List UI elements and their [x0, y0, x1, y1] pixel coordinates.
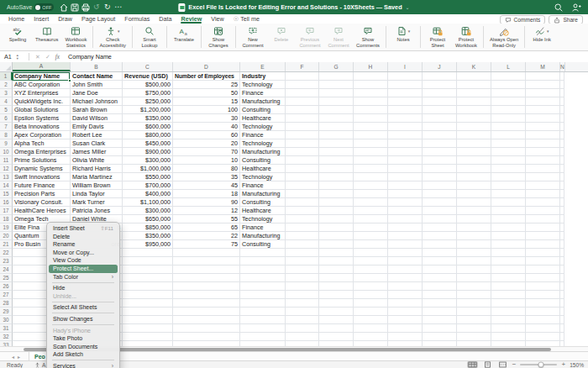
- cell-H13[interactable]: [354, 173, 388, 181]
- menu-item-hide[interactable]: Hide: [47, 284, 119, 292]
- row-header-5[interactable]: 5: [0, 106, 13, 114]
- cell-F16[interactable]: [286, 198, 319, 207]
- thesaurus-button[interactable]: Thesaurus: [32, 24, 61, 50]
- cell-G9[interactable]: [319, 139, 354, 148]
- cell-N27[interactable]: [560, 291, 564, 299]
- column-header-e[interactable]: E: [240, 62, 286, 71]
- cell-D4[interactable]: 15: [173, 97, 240, 106]
- cell-G11[interactable]: [319, 156, 354, 165]
- cell-N29[interactable]: [560, 308, 564, 316]
- cell-N23[interactable]: [560, 257, 564, 265]
- cell-H6[interactable]: [354, 114, 388, 123]
- next-sheet-arrow-icon[interactable]: ▸: [18, 354, 20, 360]
- home-icon[interactable]: [58, 2, 69, 13]
- saved-chevron-icon[interactable]: ⌄: [406, 4, 410, 10]
- cell-N1[interactable]: [560, 72, 564, 81]
- cell-M23[interactable]: [526, 257, 560, 265]
- cell-E3[interactable]: Finance: [240, 89, 286, 97]
- cell-M5[interactable]: [526, 106, 560, 114]
- cell-A8[interactable]: Apex Corporation: [13, 131, 71, 139]
- cell-N8[interactable]: [560, 131, 564, 139]
- cell-H20[interactable]: [354, 232, 388, 240]
- cell-N13[interactable]: [560, 173, 564, 181]
- cell-H10[interactable]: [354, 148, 388, 156]
- menu-item-scan-documents[interactable]: Scan Documents: [47, 343, 119, 351]
- cell-L14[interactable]: [491, 181, 526, 190]
- name-box[interactable]: A1 ▲▼: [0, 51, 25, 62]
- cell-G28[interactable]: [319, 299, 354, 308]
- cell-C9[interactable]: $450,000: [123, 139, 173, 148]
- cell-C23[interactable]: [123, 257, 173, 265]
- cell-D9[interactable]: 20: [173, 139, 240, 148]
- cell-I11[interactable]: [388, 156, 423, 165]
- search-icon[interactable]: [553, 2, 564, 13]
- cell-A14[interactable]: Future Finance: [13, 181, 71, 190]
- cell-C25[interactable]: [123, 274, 173, 282]
- cell-C18[interactable]: $650,000: [123, 215, 173, 223]
- cell-M27[interactable]: [526, 291, 560, 299]
- cell-J29[interactable]: [423, 308, 457, 316]
- cell-F11[interactable]: [286, 156, 319, 165]
- cell-K32[interactable]: [457, 333, 491, 341]
- cell-C27[interactable]: [123, 291, 173, 299]
- cell-L11[interactable]: [491, 156, 526, 165]
- row-header-14[interactable]: 14: [0, 181, 13, 190]
- cell-I1[interactable]: [388, 72, 423, 81]
- cell-J5[interactable]: [423, 106, 457, 114]
- cell-D12[interactable]: 80: [173, 165, 240, 173]
- cell-N14[interactable]: [560, 181, 564, 190]
- cell-M26[interactable]: [526, 282, 560, 291]
- cell-N12[interactable]: [560, 165, 564, 173]
- cell-L5[interactable]: [491, 106, 526, 114]
- cell-E10[interactable]: Manufacturing: [240, 148, 286, 156]
- tab-home[interactable]: Home: [8, 14, 24, 24]
- cell-K29[interactable]: [457, 308, 491, 316]
- cell-F20[interactable]: [286, 232, 319, 240]
- cell-M30[interactable]: [526, 316, 560, 324]
- cell-G2[interactable]: [319, 81, 354, 89]
- cell-E8[interactable]: Finance: [240, 131, 286, 139]
- cell-F5[interactable]: [286, 106, 319, 114]
- cell-D20[interactable]: 22: [173, 232, 240, 240]
- cell-F21[interactable]: [286, 240, 319, 249]
- column-header-b[interactable]: B: [71, 62, 123, 71]
- cell-A5[interactable]: Global Solutions: [13, 106, 71, 114]
- show-changes-ribbon-button[interactable]: Show Changes: [204, 24, 233, 50]
- cell-A16[interactable]: Visionary Consult.: [13, 198, 71, 207]
- cell-L1[interactable]: [491, 72, 526, 81]
- cell-E20[interactable]: Manufacturing: [240, 232, 286, 240]
- cell-I16[interactable]: [388, 198, 423, 207]
- cell-N20[interactable]: [560, 232, 564, 240]
- cell-I7[interactable]: [388, 123, 423, 131]
- cell-C16[interactable]: $1,100,000: [123, 198, 173, 207]
- cell-F32[interactable]: [286, 333, 319, 341]
- row-header-7[interactable]: 7: [0, 123, 13, 131]
- cell-E31[interactable]: [240, 324, 286, 333]
- cell-M8[interactable]: [526, 131, 560, 139]
- confirm-entry-icon[interactable]: ✓: [45, 54, 50, 60]
- cell-E6[interactable]: Healthcare: [240, 114, 286, 123]
- cell-F15[interactable]: [286, 190, 319, 198]
- cell-J10[interactable]: [423, 148, 457, 156]
- cell-C4[interactable]: $250,000: [123, 97, 173, 106]
- cell-G20[interactable]: [319, 232, 354, 240]
- new-comment-button[interactable]: New Comment: [239, 24, 267, 50]
- column-header-l[interactable]: L: [491, 62, 526, 71]
- cell-H30[interactable]: [354, 316, 388, 324]
- row-header-31[interactable]: 31: [0, 324, 13, 333]
- cell-J4[interactable]: [423, 97, 457, 106]
- cell-H24[interactable]: [354, 265, 388, 274]
- cell-M4[interactable]: [526, 97, 560, 106]
- cell-N4[interactable]: [560, 97, 564, 106]
- row-header-10[interactable]: 10: [0, 148, 13, 156]
- cell-J12[interactable]: [423, 165, 457, 173]
- cell-H21[interactable]: [354, 240, 388, 249]
- cell-J18[interactable]: [423, 215, 457, 223]
- cell-I26[interactable]: [388, 282, 423, 291]
- tab-tell-me[interactable]: ☉Tell me: [234, 14, 260, 24]
- cell-K5[interactable]: [457, 106, 491, 114]
- cell-J13[interactable]: [423, 173, 457, 181]
- cell-C28[interactable]: [123, 299, 173, 308]
- cell-G24[interactable]: [319, 265, 354, 274]
- row-header-8[interactable]: 8: [0, 131, 13, 139]
